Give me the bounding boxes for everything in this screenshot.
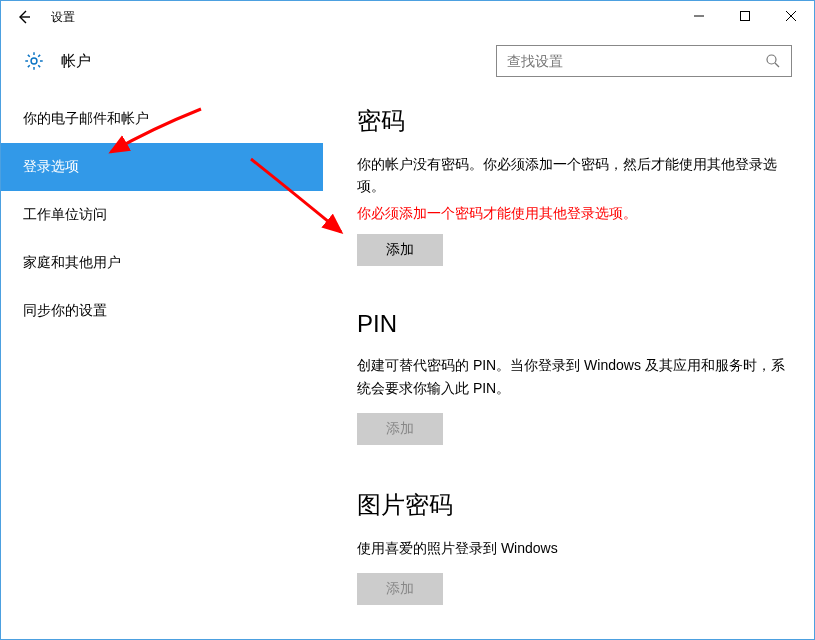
section-desc: 创建可替代密码的 PIN。当你登录到 Windows 及其应用和服务时，系统会要… (357, 354, 786, 399)
section-pin: PIN 创建可替代密码的 PIN。当你登录到 Windows 及其应用和服务时，… (357, 310, 786, 445)
search-icon (765, 53, 781, 69)
add-password-button[interactable]: 添加 (357, 234, 443, 266)
section-password: 密码 你的帐户没有密码。你必须添加一个密码，然后才能使用其他登录选项。 你必须添… (357, 105, 786, 266)
settings-window: 设置 帐户 你的电子邮件和帐户 (0, 0, 815, 640)
add-pin-button[interactable]: 添加 (357, 413, 443, 445)
header-row: 帐户 (1, 33, 814, 89)
section-title: 密码 (357, 105, 786, 137)
close-button[interactable] (768, 1, 814, 31)
minimize-button[interactable] (676, 1, 722, 31)
section-picture-password: 图片密码 使用喜爱的照片登录到 Windows 添加 (357, 489, 786, 605)
sidebar-item-email-accounts[interactable]: 你的电子邮件和帐户 (1, 95, 323, 143)
section-title: PIN (357, 310, 786, 338)
sidebar: 你的电子邮件和帐户 登录选项 工作单位访问 家庭和其他用户 同步你的设置 (1, 89, 323, 637)
sidebar-item-label: 登录选项 (23, 158, 79, 176)
sidebar-item-signin-options[interactable]: 登录选项 (1, 143, 323, 191)
svg-point-6 (767, 55, 776, 64)
maximize-button[interactable] (722, 1, 768, 31)
close-icon (786, 11, 796, 21)
svg-point-5 (31, 58, 37, 64)
maximize-icon (740, 11, 750, 21)
sidebar-item-sync-settings[interactable]: 同步你的设置 (1, 287, 323, 335)
search-input[interactable] (507, 53, 765, 69)
search-wrap (496, 45, 792, 77)
sidebar-item-family-users[interactable]: 家庭和其他用户 (1, 239, 323, 287)
gear-icon (23, 50, 45, 72)
svg-rect-2 (741, 12, 750, 21)
body-row: 你的电子邮件和帐户 登录选项 工作单位访问 家庭和其他用户 同步你的设置 密码 … (1, 89, 814, 637)
titlebar: 设置 (1, 1, 814, 33)
section-desc: 使用喜爱的照片登录到 Windows (357, 537, 786, 559)
sidebar-item-label: 你的电子邮件和帐户 (23, 110, 149, 128)
section-desc: 你的帐户没有密码。你必须添加一个密码，然后才能使用其他登录选项。 (357, 153, 786, 198)
svg-line-7 (775, 63, 779, 67)
section-warning: 你必须添加一个密码才能使用其他登录选项。 (357, 202, 786, 224)
section-title: 图片密码 (357, 489, 786, 521)
minimize-icon (694, 11, 704, 21)
back-button[interactable] (9, 2, 39, 32)
window-controls (676, 1, 814, 31)
add-picture-password-button[interactable]: 添加 (357, 573, 443, 605)
content-pane[interactable]: 密码 你的帐户没有密码。你必须添加一个密码，然后才能使用其他登录选项。 你必须添… (323, 89, 814, 637)
arrow-left-icon (16, 9, 32, 25)
sidebar-item-work-access[interactable]: 工作单位访问 (1, 191, 323, 239)
category-title: 帐户 (61, 52, 91, 71)
sidebar-item-label: 工作单位访问 (23, 206, 107, 224)
window-title: 设置 (51, 9, 75, 26)
sidebar-item-label: 同步你的设置 (23, 302, 107, 320)
search-box[interactable] (496, 45, 792, 77)
sidebar-item-label: 家庭和其他用户 (23, 254, 121, 272)
